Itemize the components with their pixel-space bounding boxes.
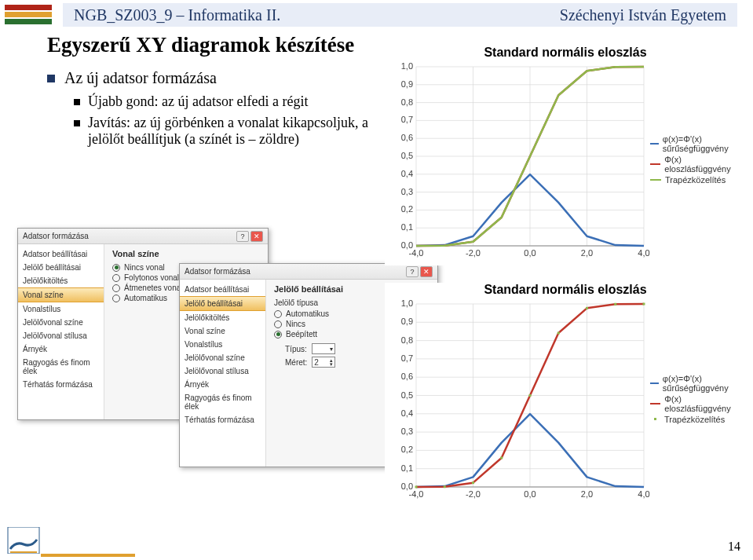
dropdown-icon: ▾ bbox=[330, 346, 333, 353]
legend-swatch-icon bbox=[650, 179, 661, 181]
marker-type-select[interactable]: ▾ bbox=[312, 343, 335, 354]
nav-item[interactable]: Árnyék bbox=[18, 342, 104, 356]
legend-item: Trapézközelítés bbox=[650, 415, 746, 424]
svg-rect-41 bbox=[614, 303, 616, 306]
x-tick-label: -2,0 bbox=[462, 489, 485, 499]
bullet-3: Javítás: az új görbénken a vonalat kikap… bbox=[74, 115, 369, 148]
nav-item[interactable]: Jelölő beállításai bbox=[180, 296, 265, 311]
marker-size-spinner[interactable]: 2 ▴▾ bbox=[312, 357, 335, 368]
radio-label: Automatikus bbox=[286, 309, 329, 318]
legend-swatch-icon bbox=[650, 403, 660, 404]
y-tick-label: 0,7 bbox=[389, 353, 413, 363]
legend-label: φ(x)=Φ'(x) sűrűségfüggvény bbox=[663, 374, 746, 393]
stripe-green bbox=[5, 19, 52, 24]
legend-swatch-icon bbox=[650, 163, 660, 165]
x-tick-label: 2,0 bbox=[576, 489, 599, 499]
nav-item[interactable]: Vonalstílus bbox=[180, 338, 265, 351]
legend-item: Φ(x) eloszlásfüggvény bbox=[650, 394, 746, 413]
size-value: 2 bbox=[314, 358, 319, 367]
dialog-title: Adatsor formázása bbox=[23, 232, 89, 240]
page-number: 14 bbox=[728, 540, 740, 554]
nav-item[interactable]: Vonal színe bbox=[180, 324, 265, 338]
radio-icon bbox=[274, 320, 282, 328]
nav-item[interactable]: Térhatás formázása bbox=[18, 378, 104, 391]
footer-stripes bbox=[41, 552, 135, 560]
stripe-red bbox=[5, 5, 52, 10]
svg-rect-38 bbox=[529, 394, 532, 397]
nav-item[interactable]: Térhatás formázása bbox=[180, 413, 265, 426]
legend-label: Φ(x) eloszlásfüggvény bbox=[664, 394, 746, 413]
nav-item[interactable]: Jelölővonal színe bbox=[180, 351, 265, 364]
x-tick-label: -4,0 bbox=[404, 248, 428, 258]
spinner-icon: ▴▾ bbox=[330, 358, 333, 366]
y-tick-label: 0,6 bbox=[389, 133, 413, 142]
y-tick-label: 0,3 bbox=[389, 426, 413, 436]
svg-rect-43 bbox=[8, 527, 39, 554]
nav-item[interactable]: Jelölővonal stílusa bbox=[18, 329, 104, 342]
legend-swatch-icon bbox=[654, 418, 656, 420]
svg-rect-37 bbox=[500, 456, 503, 459]
y-tick-label: 0,7 bbox=[389, 115, 413, 124]
y-tick-label: 0,6 bbox=[389, 372, 413, 381]
y-tick-label: 1,0 bbox=[389, 61, 413, 71]
bullet-icon bbox=[74, 99, 80, 105]
y-tick-label: 0,9 bbox=[389, 317, 413, 326]
bullet-1: Az új adatsor formázása bbox=[47, 69, 369, 87]
legend-swatch-icon bbox=[650, 143, 659, 145]
close-icon[interactable]: ✕ bbox=[420, 266, 433, 277]
nav-item[interactable]: Jelölőkitöltés bbox=[180, 311, 265, 324]
nav-item[interactable]: Jelölővonal stílusa bbox=[180, 364, 265, 378]
y-tick-label: 0,5 bbox=[389, 151, 413, 160]
nav-item[interactable]: Vonalstílus bbox=[18, 302, 104, 316]
nav-item[interactable]: Jelölő beállításai bbox=[18, 261, 104, 274]
panel-heading: Vonal színe bbox=[112, 249, 260, 258]
radio-label: Folytonos vonal bbox=[124, 273, 179, 282]
dialog-titlebar[interactable]: Adatsor formázása ? ✕ bbox=[180, 264, 437, 280]
svg-rect-34 bbox=[415, 485, 418, 488]
dialog-titlebar[interactable]: Adatsor formázása ? ✕ bbox=[18, 229, 268, 244]
bullet-text: Az új adatsor formázása bbox=[64, 69, 217, 87]
x-tick-label: -2,0 bbox=[462, 248, 485, 258]
nav-item[interactable]: Vonal színe bbox=[18, 287, 104, 302]
y-tick-label: 0,2 bbox=[389, 204, 413, 214]
svg-rect-39 bbox=[557, 332, 560, 335]
radio-label: Nincs bbox=[286, 320, 305, 328]
dialog-nav: Adatsor beállításaiJelölő beállításaiJel… bbox=[180, 280, 266, 467]
legend-item: Φ(x) eloszlásfüggvény bbox=[650, 155, 746, 174]
radio-icon bbox=[112, 274, 120, 282]
nav-item[interactable]: Adatsor beállításai bbox=[18, 247, 104, 261]
nav-item[interactable]: Jelölőkitöltés bbox=[18, 274, 104, 287]
chart-legend: φ(x)=Φ'(x) sűrűségfüggvényΦ(x) eloszlásf… bbox=[650, 372, 746, 426]
dialog-title: Adatsor formázása bbox=[185, 267, 250, 276]
stripe-gold bbox=[41, 554, 135, 557]
close-icon[interactable]: ✕ bbox=[250, 231, 263, 242]
radio-label: Beépített bbox=[286, 330, 317, 339]
help-icon[interactable]: ? bbox=[236, 231, 249, 242]
legend-item: φ(x)=Φ'(x) sűrűségfüggvény bbox=[650, 134, 746, 153]
chart-2: Standard normális eloszlás 0,00,10,20,30… bbox=[385, 283, 746, 507]
nav-item[interactable]: Jelölővonal színe bbox=[18, 316, 104, 329]
legend-label: Trapézközelítés bbox=[665, 175, 726, 185]
type-label: Típus: bbox=[285, 345, 307, 353]
y-tick-label: 0,8 bbox=[389, 97, 413, 107]
help-icon[interactable]: ? bbox=[406, 266, 419, 277]
nav-item[interactable]: Ragyogás és finom élek bbox=[18, 356, 104, 378]
stripe-gold bbox=[5, 12, 52, 17]
svg-rect-35 bbox=[444, 485, 446, 488]
nav-item[interactable]: Árnyék bbox=[180, 378, 265, 391]
bullet-icon bbox=[47, 75, 55, 82]
nav-item[interactable]: Ragyogás és finom élek bbox=[180, 391, 265, 413]
title-bar: NGB_SZ003_9 – Informatika II. Széchenyi … bbox=[63, 3, 737, 27]
legend-swatch-icon bbox=[650, 382, 659, 384]
nav-item[interactable]: Adatsor beállításai bbox=[180, 283, 265, 296]
x-tick-label: 4,0 bbox=[632, 248, 656, 258]
svg-rect-40 bbox=[586, 307, 588, 309]
chart-title: Standard normális eloszlás bbox=[385, 46, 746, 60]
y-tick-label: 0,8 bbox=[389, 335, 413, 345]
chart-1: Standard normális eloszlás 0,00,10,20,30… bbox=[385, 46, 746, 265]
radio-label: Automatikus bbox=[124, 294, 167, 302]
chart-legend: φ(x)=Φ'(x) sűrűségfüggvényΦ(x) eloszlásf… bbox=[650, 133, 746, 186]
legend-label: Φ(x) eloszlásfüggvény bbox=[664, 155, 746, 174]
bullet-text: Újabb gond: az új adatsor elfedi a régit bbox=[88, 93, 308, 110]
bullet-icon bbox=[74, 120, 80, 126]
